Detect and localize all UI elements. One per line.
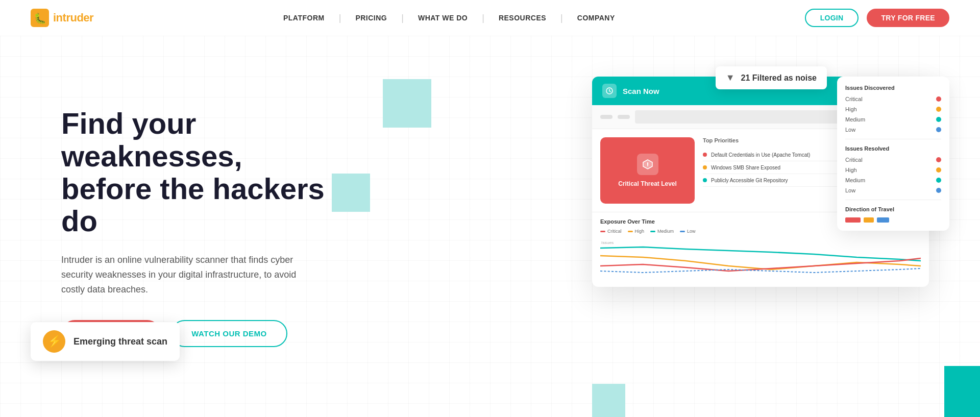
stats-divider-2 xyxy=(845,200,941,200)
legend-critical: Critical xyxy=(600,229,622,234)
legend-dot-critical xyxy=(600,231,605,232)
resolved-medium-dot xyxy=(936,178,941,183)
legend-dot-high xyxy=(628,231,633,232)
priority-text-2: Windows SMB Share Exposed xyxy=(711,165,855,170)
filter-icon: ▼ xyxy=(726,72,735,83)
emerging-threat-badge: ⚡ Emerging threat scan xyxy=(31,322,180,361)
discovered-low-dot xyxy=(936,127,941,132)
priorities-title: Top Priorities xyxy=(703,137,739,143)
discovered-critical-label: Critical xyxy=(845,96,863,102)
scan-icon xyxy=(602,84,617,98)
toolbar-tab-1[interactable] xyxy=(600,115,612,119)
hero-demo-button[interactable]: WATCH OUR DEMO xyxy=(171,320,287,347)
threat-icon xyxy=(637,154,658,175)
discovered-critical-dot xyxy=(936,96,941,102)
discovered-critical: Critical xyxy=(845,96,941,102)
resolved-low-label: Low xyxy=(845,187,855,193)
nav-pricing[interactable]: PRICING xyxy=(341,14,401,22)
resolved-critical-label: Critical xyxy=(845,157,863,163)
emerging-icon: ⚡ xyxy=(43,330,65,353)
discovered-title: Issues Discovered xyxy=(845,85,941,91)
filter-text: 21 Filtered as noise xyxy=(741,73,817,83)
stats-panel: Issues Discovered Critical High Medium L… xyxy=(837,77,949,231)
stats-divider-1 xyxy=(845,139,941,139)
legend-dot-low xyxy=(680,231,685,232)
priority-dot-1 xyxy=(703,153,707,157)
login-button[interactable]: LOGIN xyxy=(805,9,859,27)
dashboard-area: ▼ 21 Filtered as noise Scan Now xyxy=(541,77,949,287)
threat-label: Critical Threat Level xyxy=(618,180,677,187)
priority-dot-2 xyxy=(703,165,707,169)
discovered-medium-label: Medium xyxy=(845,116,865,122)
resolved-medium: Medium xyxy=(845,177,941,183)
discovered-medium-dot xyxy=(936,117,941,122)
nav-platform[interactable]: PLATFORM xyxy=(269,14,339,22)
toolbar-tab-2[interactable] xyxy=(618,115,630,119)
logo-text: intruder xyxy=(53,11,93,24)
direction-bar xyxy=(845,217,941,223)
nav-actions: LOGIN TRY FOR FREE xyxy=(805,9,949,27)
svg-text:Issues: Issues xyxy=(601,240,614,245)
legend-low: Low xyxy=(680,229,696,234)
threat-card: Critical Threat Level xyxy=(600,137,695,204)
logo-icon: 🐛 xyxy=(31,9,49,27)
header: 🐛 intruder PLATFORM | PRICING | WHAT WE … xyxy=(0,0,980,36)
hero-subtitle: Intruder is an online vulnerability scan… xyxy=(61,253,316,297)
discovered-high-dot xyxy=(936,107,941,112)
resolved-high-label: High xyxy=(845,167,857,173)
legend-medium: Medium xyxy=(650,229,674,234)
resolved-critical-dot xyxy=(936,157,941,162)
nav-what-we-do[interactable]: WHAT WE DO xyxy=(404,14,482,22)
hero-section: Find your weaknesses, before the hackers… xyxy=(0,36,980,417)
filter-badge: ▼ 21 Filtered as noise xyxy=(716,66,827,89)
resolved-critical: Critical xyxy=(845,157,941,163)
discovered-low: Low xyxy=(845,127,941,133)
priority-text-1: Default Credentials in Use (Apache Tomca… xyxy=(711,152,856,158)
emerging-text: Emerging threat scan xyxy=(74,336,167,347)
deco-block-4 xyxy=(944,366,980,417)
direction-high-bar xyxy=(864,217,874,223)
resolved-low: Low xyxy=(845,187,941,193)
resolved-low-dot xyxy=(936,188,941,193)
try-for-free-button[interactable]: TRY FOR FREE xyxy=(867,9,949,27)
discovered-low-label: Low xyxy=(845,127,855,133)
priority-dot-3 xyxy=(703,178,707,182)
nav-company[interactable]: COMPANY xyxy=(563,14,629,22)
threat-panel: Critical Threat Level xyxy=(600,137,695,204)
hero-title: Find your weaknesses, before the hackers… xyxy=(61,107,357,237)
legend-dot-medium xyxy=(650,231,655,232)
logo[interactable]: 🐛 intruder xyxy=(31,9,93,27)
svg-text:🐛: 🐛 xyxy=(34,12,46,24)
direction-critical-bar xyxy=(845,217,861,223)
direction-title: Direction of Travel xyxy=(845,206,941,212)
deco-block-3 xyxy=(592,384,625,417)
main-nav: PLATFORM | PRICING | WHAT WE DO | RESOUR… xyxy=(269,13,629,23)
discovered-high: High xyxy=(845,106,941,112)
deco-block-1 xyxy=(383,79,431,128)
dashboard-title: Scan Now xyxy=(623,87,659,95)
discovered-medium: Medium xyxy=(845,116,941,122)
legend-high: High xyxy=(628,229,645,234)
nav-resources[interactable]: RESOURCES xyxy=(484,14,560,22)
resolved-high: High xyxy=(845,167,941,173)
resolved-medium-label: Medium xyxy=(845,177,865,183)
discovered-high-label: High xyxy=(845,106,857,112)
exposure-chart: Issues xyxy=(600,238,921,279)
direction-low-bar xyxy=(877,217,889,223)
hero-content: Find your weaknesses, before the hackers… xyxy=(61,66,357,347)
resolved-high-dot xyxy=(936,167,941,173)
resolved-title: Issues Resolved xyxy=(845,145,941,152)
